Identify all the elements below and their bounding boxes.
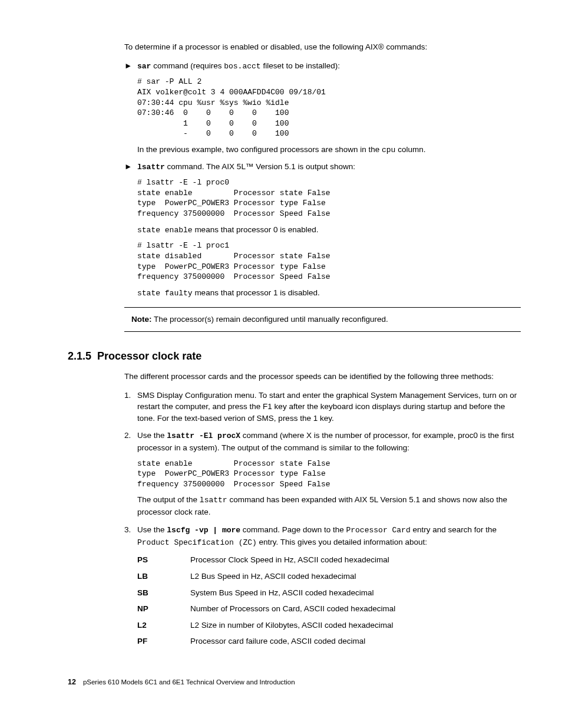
note-label: Note: bbox=[131, 315, 152, 324]
sar-output-code: # sar -P ALL 2 AIX volker@colt 3 4 000AA… bbox=[137, 77, 521, 139]
lsattr-el-command: lsattr -El procX bbox=[167, 431, 240, 440]
text: fileset to be installed): bbox=[261, 61, 340, 70]
note-box: Note: The processor(s) remain deconfigur… bbox=[124, 307, 521, 332]
product-spec-zc: Product Specification (ZC) bbox=[137, 538, 257, 547]
section-intro: The different processor cards and the pr… bbox=[124, 371, 521, 383]
dl-def: Processor card failure code, ASCII coded… bbox=[190, 635, 521, 647]
dl-row-ps: PS Processor Clock Speed in Hz, ASCII co… bbox=[137, 554, 521, 566]
list-number: 2. bbox=[124, 430, 137, 518]
state-enable: state enable bbox=[137, 226, 193, 235]
page-footer: 12pSeries 610 Models 6C1 and 6E1 Technic… bbox=[68, 677, 521, 687]
lsattr-output-code: state enable Processor state False type … bbox=[137, 459, 521, 490]
dl-row-pf: PF Processor card failure code, ASCII co… bbox=[137, 635, 521, 647]
lsattr-expanded-note: The output of the lsattr command has bee… bbox=[137, 494, 521, 518]
text: entry and search for the bbox=[411, 525, 497, 534]
bullet-sar: ► sar command (requires bos.acct fileset… bbox=[124, 60, 521, 156]
list-number: 1. bbox=[124, 390, 137, 424]
dl-term: L2 bbox=[137, 620, 190, 631]
lsattr-faulty-note: state faulty means that processor 1 is d… bbox=[137, 287, 521, 299]
text: Use the bbox=[137, 525, 167, 534]
text: command (requires bbox=[151, 61, 224, 70]
text: entry. This gives you detailed informati… bbox=[257, 538, 427, 546]
intro-paragraph: To determine if a processor is enabled o… bbox=[124, 41, 521, 53]
text: In the previous example, two configured … bbox=[137, 145, 382, 154]
bullet-lsattr: ► lsattr command. The AIX 5L™ Version 5.… bbox=[124, 161, 521, 299]
lsattr-enable-note: state enable means that processor 0 is e… bbox=[137, 224, 521, 236]
dl-def: L2 Size in number of Kilobytes, ASCII co… bbox=[190, 620, 521, 631]
note-text: The processor(s) remain deconfigured unt… bbox=[152, 315, 388, 324]
lsattr-cmd: lsattr bbox=[200, 496, 227, 505]
text: means that processor 1 is disabled. bbox=[193, 288, 320, 297]
section-title: Processor clock rate bbox=[97, 350, 201, 362]
dl-term: SB bbox=[137, 587, 190, 599]
section-heading: 2.1.5 Processor clock rate bbox=[68, 348, 521, 364]
processor-card: Processor Card bbox=[346, 526, 410, 535]
dl-def: Number of Processors on Card, ASCII code… bbox=[190, 603, 521, 615]
dl-def: L2 Bus Speed in Hz, ASCII coded hexadeci… bbox=[190, 571, 521, 582]
text: command. Page down to the bbox=[240, 525, 346, 534]
cpu-column: cpu bbox=[382, 146, 395, 154]
lsattr-proc1-code: # lsattr -E -l proc1 state disabled Proc… bbox=[137, 241, 521, 282]
method-1-text: SMS Display Configuration menu. To start… bbox=[137, 390, 521, 424]
dl-term: NP bbox=[137, 603, 190, 615]
lsattr-proc0-code: # lsattr -E -l proc0 state enable Proces… bbox=[137, 177, 521, 219]
lsattr-command: lsattr bbox=[137, 163, 165, 172]
method-2: 2. Use the lsattr -El procX command (whe… bbox=[124, 430, 521, 518]
section-number: 2.1.5 bbox=[68, 350, 91, 362]
bullet-mark: ► bbox=[124, 60, 137, 156]
state-faulty: state faulty bbox=[137, 289, 193, 298]
dl-def: System Bus Speed in Hz, ASCII coded hexa… bbox=[190, 587, 521, 599]
list-number: 3. bbox=[124, 524, 137, 549]
dl-term: PF bbox=[137, 635, 190, 647]
text: column. bbox=[395, 145, 425, 154]
bullet-mark: ► bbox=[124, 161, 137, 299]
method-1: 1. SMS Display Configuration menu. To st… bbox=[124, 390, 521, 424]
lscfg-command: lscfg -vp | more bbox=[167, 526, 240, 535]
dl-term: LB bbox=[137, 571, 190, 582]
text: Use the bbox=[137, 431, 167, 440]
text: command. The AIX 5L™ Version 5.1 is outp… bbox=[165, 162, 355, 171]
footer-title: pSeries 610 Models 6C1 and 6E1 Technical… bbox=[83, 678, 295, 686]
dl-def: Processor Clock Speed in Hz, ASCII coded… bbox=[190, 554, 521, 566]
sar-command: sar bbox=[137, 62, 151, 71]
text: The output of the bbox=[137, 495, 200, 504]
dl-row-sb: SB System Bus Speed in Hz, ASCII coded h… bbox=[137, 587, 521, 599]
dl-term: PS bbox=[137, 554, 190, 566]
sar-after-text: In the previous example, two configured … bbox=[137, 144, 521, 156]
text: means that processor 0 is enabled. bbox=[193, 225, 319, 234]
dl-row-np: NP Number of Processors on Card, ASCII c… bbox=[137, 603, 521, 615]
dl-row-lb: LB L2 Bus Speed in Hz, ASCII coded hexad… bbox=[137, 571, 521, 582]
method-3: 3. Use the lscfg -vp | more command. Pag… bbox=[124, 524, 521, 549]
dl-row-l2: L2 L2 Size in number of Kilobytes, ASCII… bbox=[137, 620, 521, 631]
bos-acct-file: bos.acct bbox=[224, 62, 260, 71]
page-number: 12 bbox=[68, 678, 76, 686]
